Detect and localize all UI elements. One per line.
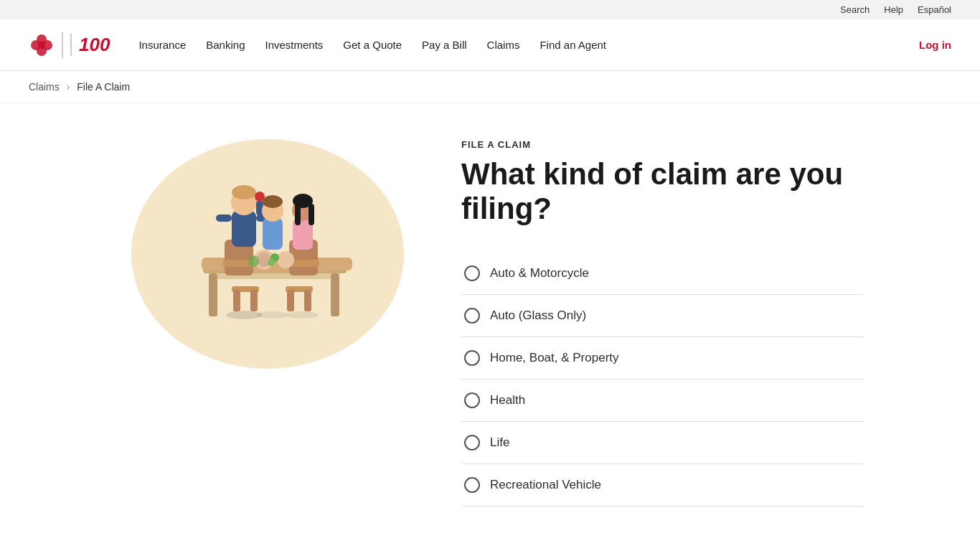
claim-option-auto-glass[interactable]: Auto (Glass Only) [461,295,863,337]
breadcrumb: Claims › File A Claim [0,71,980,103]
svg-rect-7 [331,273,339,316]
radio-circle-auto-glass [464,308,480,324]
svg-rect-17 [233,290,240,311]
claim-option-home-boat-property[interactable]: Home, Boat, & Property [461,337,863,380]
nav-claims[interactable]: Claims [487,39,520,51]
radio-circle-recreational-vehicle [464,477,480,493]
option-label-home-boat-property: Home, Boat, & Property [490,351,619,365]
claim-option-recreational-vehicle[interactable]: Recreational Vehicle [461,464,863,507]
svg-rect-41 [308,204,314,225]
login-button[interactable]: Log in [919,39,951,51]
form-area: FILE A CLAIM What kind of claim are you … [461,132,863,507]
espanol-link[interactable]: Español [918,4,951,15]
svg-point-44 [287,311,319,319]
claim-option-auto-motorcycle[interactable]: Auto & Motorcycle [461,253,863,295]
option-label-life: Life [490,435,509,450]
svg-point-29 [232,185,256,199]
form-title: What kind of claim are you filing? [461,157,863,227]
radio-circle-health [464,392,480,408]
option-label-recreational-vehicle: Recreational Vehicle [490,478,601,492]
option-label-health: Health [490,393,525,408]
nav-banking[interactable]: Banking [206,39,245,51]
svg-rect-40 [295,204,301,225]
breadcrumb-current: File A Claim [77,81,130,93]
svg-rect-20 [304,290,311,311]
form-subtitle: FILE A CLAIM [461,139,863,150]
breadcrumb-separator: › [67,81,70,93]
search-link[interactable]: Search [840,4,870,15]
claim-option-health[interactable]: Health [461,380,863,422]
nav-find-agent[interactable]: Find an Agent [540,39,606,51]
svg-point-42 [226,311,262,319]
family-illustration [131,146,404,362]
nav-pay-bill[interactable]: Pay a Bill [422,39,467,51]
svg-rect-30 [216,215,232,222]
svg-point-26 [248,255,259,267]
svg-point-25 [268,259,275,266]
logo-100: 100 [70,34,110,56]
claim-options: Auto & Motorcycle Auto (Glass Only) Home… [461,253,863,507]
logo-area: 100 [29,32,110,58]
svg-rect-18 [250,290,258,311]
nav-investments[interactable]: Investments [265,39,323,51]
radio-circle-auto-motorcycle [464,265,480,281]
nav-get-quote[interactable]: Get a Quote [343,39,402,51]
main-nav: 100 Insurance Banking Investments Get a … [0,19,980,71]
radio-circle-life [464,435,480,451]
illustration-area [117,132,418,376]
svg-rect-19 [287,290,294,311]
svg-rect-6 [209,273,217,316]
svg-point-4 [38,42,45,49]
radio-circle-home-boat-property [464,350,480,366]
breadcrumb-claims[interactable]: Claims [29,81,60,93]
svg-rect-27 [232,211,256,247]
utility-bar: Search Help Español [0,0,980,19]
main-content: FILE A CLAIM What kind of claim are you … [60,103,920,535]
option-label-auto-glass: Auto (Glass Only) [490,309,586,323]
nav-links: Insurance Banking Investments Get a Quot… [138,39,919,51]
help-link[interactable]: Help [884,4,903,15]
svg-rect-34 [263,218,283,250]
svg-point-36 [263,195,283,208]
nav-insurance[interactable]: Insurance [138,39,186,51]
claim-option-life[interactable]: Life [461,422,863,464]
option-label-auto-motorcycle: Auto & Motorcycle [490,266,589,281]
logo-flower-icon [29,32,55,58]
svg-point-43 [257,311,288,319]
svg-point-22 [277,251,294,268]
